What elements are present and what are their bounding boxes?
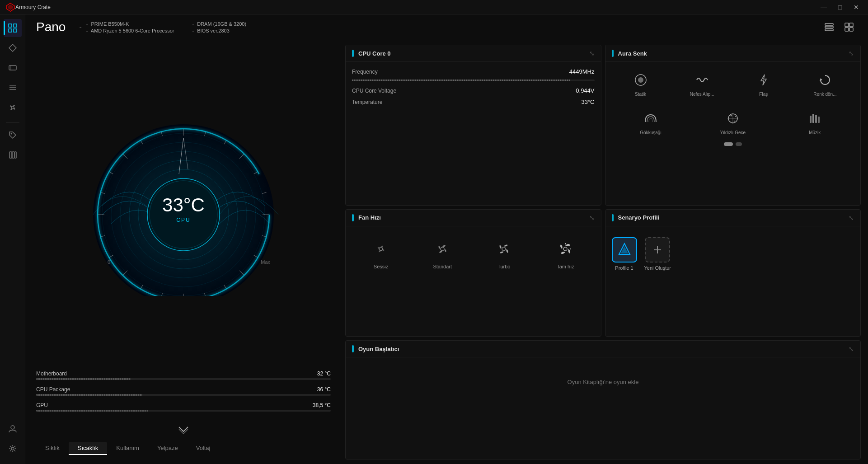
cpu-voltage-label: CPU Core Voltage — [352, 88, 396, 94]
aura-item-flash[interactable]: Flaş — [735, 68, 793, 99]
aura-expand-icon[interactable]: ⤡ — [849, 50, 854, 57]
profile-new-icon — [649, 242, 666, 258]
fan-item-full[interactable]: Tam hız — [536, 237, 594, 273]
aura-flash-icon — [755, 71, 773, 89]
sidebar-bottom — [4, 420, 22, 459]
titlebar-title: Armoury Crate — [15, 4, 817, 10]
aura-pagination — [612, 142, 854, 146]
sidebar-item-tag[interactable] — [4, 126, 22, 144]
list-view-icon — [824, 22, 834, 32]
cpu-expand-icon[interactable]: ⤡ — [589, 50, 595, 57]
aura-title: Aura Senk — [618, 50, 849, 57]
svg-marker-83 — [621, 246, 628, 253]
tab-yelpaze[interactable]: Yelpaze — [148, 442, 187, 455]
cpu-core-content: Frequency 4449MHz CPU Core Voltage 0,944… — [346, 62, 601, 116]
cpu-temp-label: Temperature — [352, 99, 382, 105]
widget-accent-aura — [612, 50, 614, 57]
sidebar-item-fan[interactable] — [4, 98, 22, 117]
tab-kullanim[interactable]: Kullanım — [107, 442, 148, 455]
svg-rect-2 — [9, 24, 12, 27]
aura-item-rainbow[interactable]: Gökkuşağı — [612, 107, 690, 138]
svg-rect-18 — [825, 23, 833, 25]
sidebar — [0, 14, 25, 464]
aura-item-music[interactable]: Müzik — [776, 107, 854, 138]
sidebar-item-gpu[interactable] — [4, 59, 22, 77]
cpu-frequency-value: 4449MHz — [569, 68, 595, 75]
game-launcher-content: Oyun Kitaplığı'ne oyun ekle — [346, 357, 860, 406]
tab-siklık[interactable]: Sıklık — [36, 442, 69, 455]
gauge-label: CPU — [162, 216, 205, 223]
cpu-voltage-value: 0,944V — [576, 87, 594, 94]
widget-accent-fan — [352, 214, 354, 221]
fan-label-sessiz: Sessiz — [374, 264, 388, 269]
svg-rect-13 — [9, 152, 12, 158]
profile-grid: Profile 1 Yeni Oluştur — [612, 233, 854, 275]
header-view-grid-button[interactable] — [841, 20, 857, 34]
cpu-gauge-container: 33°C CPU 0 Max — [36, 49, 331, 370]
aura-flash-label: Flaş — [759, 92, 768, 97]
maximize-button[interactable]: □ — [834, 3, 846, 12]
svg-point-78 — [563, 247, 567, 251]
aura-breathe-label: Nefes Alıp... — [690, 92, 714, 97]
game-launcher-empty: Oyun Kitaplığı'ne oyun ekle — [352, 364, 854, 400]
aura-item-starry[interactable]: Yıldızlı Gece — [694, 107, 772, 138]
fan-content: Sessiz — [346, 226, 601, 284]
titlebar: Armoury Crate — □ ✕ — [0, 0, 868, 14]
svg-rect-20 — [825, 29, 833, 31]
chevron-down-container — [36, 425, 331, 434]
aura-item-breathe[interactable]: Nefes Alıp... — [673, 68, 731, 99]
aura-starry-label: Yıldızlı Gece — [720, 130, 746, 135]
fan-label-turbo: Turbo — [497, 264, 510, 269]
sidebar-item-settings[interactable] — [4, 440, 22, 458]
sidebar-item-library[interactable] — [4, 146, 22, 164]
aura-page-1[interactable] — [724, 142, 733, 146]
profile-new-icon-wrap — [645, 237, 670, 262]
tab-voltaj[interactable]: Voltaj — [187, 442, 220, 455]
aura-page-2[interactable] — [736, 142, 742, 146]
profile-new-label: Yeni Oluştur — [644, 265, 671, 271]
fan-item-sessiz[interactable]: Sessiz — [352, 237, 410, 273]
chevron-down-icon[interactable] — [177, 425, 190, 434]
sidebar-item-tools[interactable] — [4, 79, 22, 97]
sidebar-divider — [6, 122, 19, 122]
scenario-expand-icon[interactable]: ⤡ — [849, 214, 854, 221]
aura-grid-row2: Gökkuşağı — [612, 107, 854, 138]
aura-starry-icon — [724, 109, 742, 127]
gauge-temperature: 33°C — [162, 194, 205, 216]
aura-item-static[interactable]: Statik — [612, 68, 670, 99]
tab-sicaklik[interactable]: Sıcaklık — [69, 442, 108, 455]
sidebar-item-dashboard[interactable] — [4, 19, 22, 37]
close-button[interactable]: ✕ — [850, 3, 863, 12]
aura-widget: Aura Senk ⤡ — [605, 45, 861, 206]
temp-fill-gpu — [36, 410, 148, 412]
svg-point-70 — [735, 116, 736, 117]
svg-point-62 — [638, 77, 643, 83]
svg-rect-72 — [812, 114, 814, 123]
sidebar-item-aura[interactable] — [4, 39, 22, 57]
aura-static-icon — [632, 71, 650, 89]
profile-item-new[interactable]: Yeni Oluştur — [644, 237, 671, 271]
minimize-button[interactable]: — — [817, 3, 830, 12]
svg-point-17 — [11, 447, 14, 450]
app-logo-icon — [5, 2, 15, 12]
svg-marker-1 — [8, 5, 13, 10]
fan-item-turbo[interactable]: Turbo — [475, 237, 533, 273]
sidebar-item-profile[interactable] — [4, 420, 22, 438]
fan-item-standart[interactable]: Standart — [413, 237, 471, 273]
svg-rect-23 — [845, 28, 849, 31]
aura-icon — [8, 43, 17, 52]
cpu-temp-row: Temperature 33°C — [352, 98, 595, 105]
aura-header: Aura Senk ⤡ — [605, 45, 861, 62]
svg-rect-6 — [9, 66, 16, 70]
game-expand-icon[interactable]: ⤡ — [849, 345, 854, 352]
tag-icon — [8, 131, 17, 140]
aura-item-colorchange[interactable]: Renk dön... — [796, 68, 854, 99]
header-view-list-button[interactable] — [821, 20, 837, 34]
fan-widget: Fan Hızı ⤡ — [345, 209, 601, 337]
profile-item-1[interactable]: Profile 1 — [612, 237, 637, 271]
widget-accent-cpu — [352, 50, 354, 57]
svg-point-16 — [11, 426, 14, 429]
aura-colorchange-icon — [816, 71, 834, 89]
fan-expand-icon[interactable]: ⤡ — [589, 214, 595, 221]
temp-bar-motherboard: Motherboard 32 °C — [36, 370, 331, 380]
